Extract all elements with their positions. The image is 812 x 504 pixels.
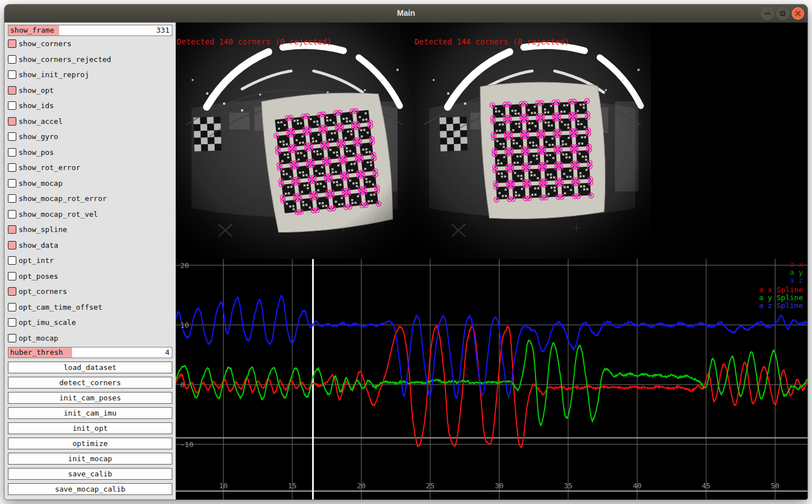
camera-view-left[interactable]: Detected 140 corners (0 rejected) (176, 23, 413, 259)
camera-image-left (176, 23, 413, 259)
checkbox-box[interactable] (8, 256, 16, 265)
legend-entry: a x Spline (759, 286, 803, 294)
camera-image-right (413, 23, 651, 259)
slider-show-frame[interactable]: show_frame331 (8, 25, 172, 36)
slider-value: 4 (165, 347, 169, 358)
window-controls (761, 7, 804, 20)
checkbox-box[interactable] (8, 272, 16, 280)
checkbox-show-spline[interactable]: show_spline (5, 222, 176, 238)
button-save-mocap-calib[interactable]: save_mocap_calib (8, 483, 172, 495)
checkbox-label: show_spline (19, 225, 67, 234)
checkbox-show-ids[interactable]: show_ids (5, 98, 176, 114)
checkbox-box[interactable] (8, 225, 16, 234)
checkbox-show-opt[interactable]: show_opt (5, 83, 176, 99)
svg-text:-10: -10 (180, 440, 193, 449)
checkbox-box[interactable] (8, 241, 16, 249)
checkbox-show-init-reproj[interactable]: show_init_reproj (5, 67, 176, 83)
checkbox-box[interactable] (8, 179, 16, 188)
button-init-cam-poses[interactable]: init_cam_poses (8, 392, 172, 404)
legend-entry: a z Spline (759, 301, 803, 310)
title-bar[interactable]: Main (5, 5, 807, 23)
checkbox-opt-imu-scale[interactable]: opt_imu_scale (5, 315, 176, 331)
checkbox-box[interactable] (8, 318, 16, 327)
button-init-cam-imu[interactable]: init_cam_imu (8, 407, 172, 419)
checkbox-show-mocap[interactable]: show_mocap (5, 176, 176, 191)
svg-text:25: 25 (426, 481, 435, 490)
checkbox-show-mocap-rot-error[interactable]: show_mocap_rot_error (5, 191, 176, 207)
legend-entry: a z (790, 276, 803, 284)
checkbox-box[interactable] (8, 148, 16, 157)
legend-entry: a x (790, 260, 804, 269)
checkbox-show-accel[interactable]: show_accel (5, 114, 176, 130)
checkbox-opt-mocap[interactable]: opt_mocap (5, 331, 176, 346)
button-optimize[interactable]: optimize (8, 438, 172, 449)
checkbox-opt-poses[interactable]: opt_poses (5, 269, 176, 284)
button-load-dataset[interactable]: load_dataset (8, 362, 172, 373)
imu-plot[interactable]: 10152025303540455020100-10a xa ya za x S… (176, 259, 807, 499)
checkbox-box[interactable] (8, 210, 16, 218)
svg-text:40: 40 (633, 481, 642, 490)
button-detect-corners[interactable]: detect_corners (8, 377, 172, 389)
close-button[interactable] (792, 7, 804, 20)
svg-text:45: 45 (702, 481, 711, 490)
checkbox-opt-intr[interactable]: opt_intr (5, 253, 176, 269)
checkbox-label: show_pos (19, 148, 54, 157)
checkbox-show-rot-error[interactable]: show_rot_error (5, 160, 176, 176)
checkbox-show-pos[interactable]: show_pos (5, 145, 176, 160)
slider-huber-thresh[interactable]: huber_thresh4 (8, 347, 172, 358)
checkbox-show-corners-rejected[interactable]: show_corners_rejected (5, 52, 176, 68)
slider-label: show_frame (10, 25, 54, 35)
checkbox-label: show_rot_error (19, 163, 81, 172)
checkbox-show-gyro[interactable]: show_gyro (5, 129, 176, 145)
window-title: Main (5, 5, 807, 22)
checkbox-box[interactable] (8, 86, 16, 95)
checkbox-box[interactable] (8, 287, 16, 296)
svg-text:10: 10 (180, 321, 189, 329)
svg-text:20: 20 (357, 481, 366, 490)
checkbox-label: show_mocap (19, 179, 63, 188)
checkbox-box[interactable] (8, 55, 16, 64)
maximize-button[interactable] (777, 7, 789, 20)
checkbox-box[interactable] (8, 163, 16, 172)
slider-label: huber_thresh (10, 347, 63, 358)
button-init-mocap[interactable]: init_mocap (8, 453, 172, 465)
checkbox-label: show_corners_rejected (19, 55, 111, 64)
legend-entry: a y Spline (759, 293, 803, 302)
camera-view-right[interactable]: Detected 144 corners (0 rejected) (413, 23, 651, 259)
svg-text:0: 0 (180, 381, 185, 389)
svg-text:50: 50 (771, 481, 780, 490)
checkbox-box[interactable] (8, 117, 16, 126)
slider-value: 331 (157, 25, 169, 35)
legend-entry: a y (790, 268, 804, 276)
checkbox-box[interactable] (8, 334, 16, 342)
checkbox-box[interactable] (8, 101, 16, 110)
checkbox-box[interactable] (8, 70, 16, 79)
checkbox-show-corners[interactable]: show_corners (5, 36, 176, 52)
checkbox-opt-cam-time-offset[interactable]: opt_cam_time_offset (5, 300, 176, 315)
minimize-button[interactable] (761, 7, 774, 20)
accel-plot-canvas: 10152025303540455020100-10a xa ya za x S… (176, 259, 807, 499)
close-icon (792, 8, 804, 19)
checkbox-box[interactable] (8, 39, 16, 48)
checkbox-label: opt_imu_scale (19, 318, 76, 327)
checkbox-box[interactable] (8, 132, 16, 141)
checkbox-show-data[interactable]: show_data (5, 238, 176, 253)
app-window: Main show_frame331show_cornersshow_corne… (5, 5, 807, 499)
svg-text:20: 20 (180, 261, 189, 270)
button-save-calib[interactable]: save_calib (8, 468, 172, 480)
sidebar: show_frame331show_cornersshow_corners_re… (5, 23, 176, 499)
checkbox-label: opt_intr (19, 256, 54, 265)
checkbox-box[interactable] (8, 303, 16, 311)
checkbox-opt-corners[interactable]: opt_corners (5, 284, 176, 300)
checkbox-label: show_data (19, 241, 58, 249)
checkbox-label: show_gyro (19, 132, 58, 141)
svg-text:35: 35 (564, 481, 573, 490)
corner-count-overlay-right: Detected 144 corners (0 rejected) (414, 37, 569, 46)
maximize-icon (777, 8, 788, 19)
checkbox-box[interactable] (8, 194, 16, 203)
checkbox-label: show_mocap_rot_vel (19, 210, 98, 218)
checkbox-label: opt_corners (19, 287, 67, 296)
button-init-opt[interactable]: init_opt (8, 422, 172, 434)
checkbox-label: show_mocap_rot_error (19, 194, 107, 203)
checkbox-show-mocap-rot-vel[interactable]: show_mocap_rot_vel (5, 207, 176, 222)
